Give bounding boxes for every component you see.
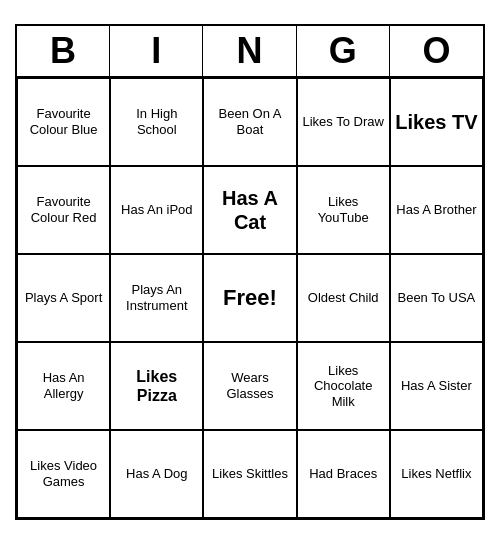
- bingo-cell: Has A Brother: [390, 166, 483, 254]
- bingo-cell: Free!: [203, 254, 296, 342]
- bingo-cell: Has An iPod: [110, 166, 203, 254]
- bingo-cell: In High School: [110, 78, 203, 166]
- bingo-cell: Been To USA: [390, 254, 483, 342]
- bingo-cell: Been On A Boat: [203, 78, 296, 166]
- bingo-cell: Plays An Instrument: [110, 254, 203, 342]
- bingo-cell: Likes Video Games: [17, 430, 110, 518]
- bingo-cell: Favourite Colour Blue: [17, 78, 110, 166]
- bingo-header: BINGO: [17, 26, 483, 78]
- bingo-cell: Likes Netflix: [390, 430, 483, 518]
- bingo-cell: Has A Cat: [203, 166, 296, 254]
- bingo-card: BINGO Favourite Colour BlueIn High Schoo…: [15, 24, 485, 520]
- bingo-cell: Favourite Colour Red: [17, 166, 110, 254]
- bingo-cell: Likes Chocolate Milk: [297, 342, 390, 430]
- bingo-cell: Plays A Sport: [17, 254, 110, 342]
- bingo-cell: Has A Sister: [390, 342, 483, 430]
- bingo-cell: Had Braces: [297, 430, 390, 518]
- bingo-cell: Wears Glasses: [203, 342, 296, 430]
- bingo-cell: Likes Pizza: [110, 342, 203, 430]
- bingo-cell: Has An Allergy: [17, 342, 110, 430]
- bingo-cell: Likes YouTube: [297, 166, 390, 254]
- header-letter: I: [110, 26, 203, 76]
- bingo-cell: Likes TV: [390, 78, 483, 166]
- bingo-cell: Likes Skittles: [203, 430, 296, 518]
- header-letter: N: [203, 26, 296, 76]
- header-letter: O: [390, 26, 483, 76]
- bingo-grid: Favourite Colour BlueIn High SchoolBeen …: [17, 78, 483, 518]
- header-letter: B: [17, 26, 110, 76]
- bingo-cell: Has A Dog: [110, 430, 203, 518]
- bingo-cell: Likes To Draw: [297, 78, 390, 166]
- header-letter: G: [297, 26, 390, 76]
- bingo-cell: Oldest Child: [297, 254, 390, 342]
